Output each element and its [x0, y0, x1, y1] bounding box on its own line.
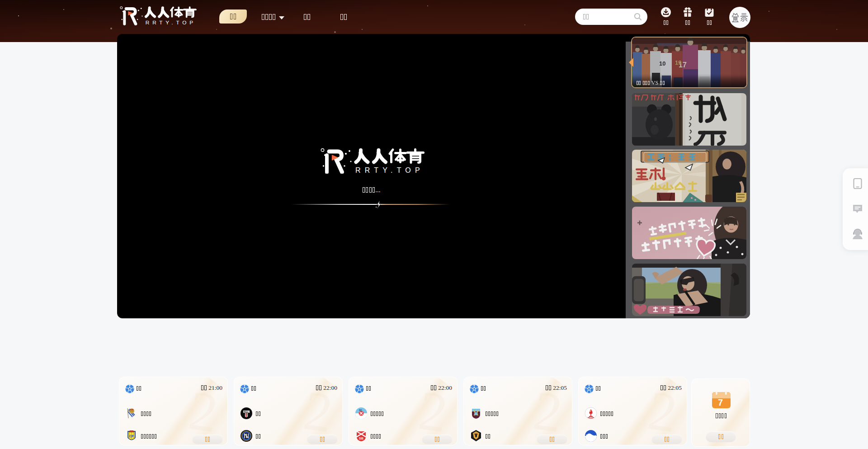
svg-text:SB: SB: [359, 437, 363, 440]
svg-text:PISA: PISA: [244, 411, 249, 413]
svg-text:CF: CF: [129, 434, 134, 438]
svg-text:7: 7: [718, 397, 723, 407]
svg-text:NF: NF: [589, 410, 591, 412]
svg-text:RC: RC: [359, 409, 363, 411]
